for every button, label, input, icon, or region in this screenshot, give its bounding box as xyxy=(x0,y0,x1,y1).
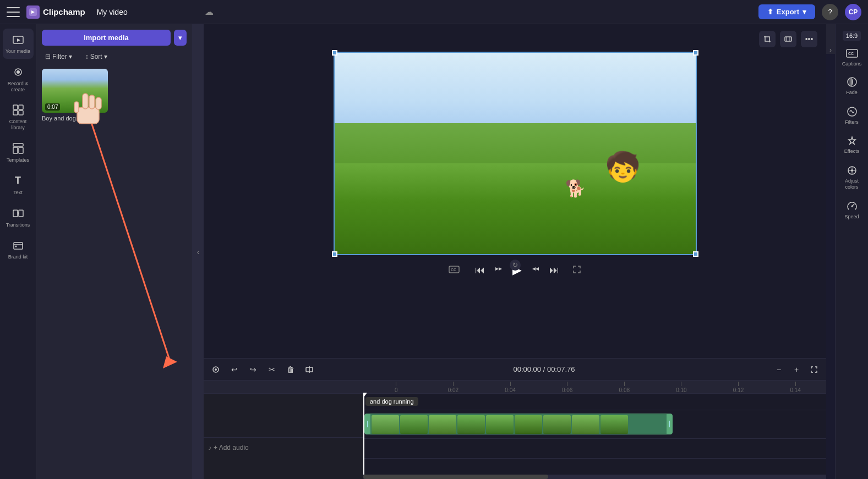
svg-text:CC: CC xyxy=(451,268,456,272)
save-to-cloud-icon[interactable]: ☁ xyxy=(205,7,214,17)
brand-icon xyxy=(12,239,25,252)
dog-figure: 🐕 xyxy=(565,179,586,198)
preview-area: ••• 🧒 🐕 xyxy=(204,24,826,358)
svg-rect-13 xyxy=(14,243,23,249)
resize-handle-bottom-left[interactable] xyxy=(332,251,337,257)
import-dropdown-button[interactable]: ▾ xyxy=(174,30,187,46)
adjust-colors-icon xyxy=(846,164,858,177)
fade-button[interactable]: Fade xyxy=(838,71,866,100)
import-media-button[interactable]: Import media xyxy=(42,30,171,46)
add-audio-button[interactable]: ♪ + Add audio xyxy=(204,438,363,458)
adjust-colors-button[interactable]: Adjust colors xyxy=(838,160,866,195)
fullscreen-button[interactable] xyxy=(572,265,581,276)
media-label: Boy and dog... xyxy=(42,115,108,122)
timeline-content: ♪ + Add audio 0 0:02 0:04 0:06 0:08 xyxy=(204,381,826,479)
svg-rect-5 xyxy=(19,105,23,109)
undo-button[interactable]: ↩ xyxy=(227,362,242,377)
resize-handle-top-left[interactable] xyxy=(332,50,337,56)
sort-chevron: ▾ xyxy=(104,53,107,60)
svg-rect-6 xyxy=(13,111,18,115)
ruler-mark-4: 0:04 xyxy=(482,382,539,393)
sidebar-item-templates[interactable]: Templates xyxy=(3,137,34,168)
sidebar-item-brand[interactable]: Brand kit xyxy=(3,234,34,265)
rotate-handle[interactable]: ↻ xyxy=(510,260,521,271)
zoom-out-button[interactable]: − xyxy=(771,362,787,377)
timeline-toolbar: ↩ ↪ ✂ 🗑 00:00.00 / 00:07.76 − + xyxy=(204,359,826,381)
timeline-ruler-spacer xyxy=(204,381,363,394)
ruler-mark-10: 0:10 xyxy=(653,382,710,393)
menu-button[interactable] xyxy=(7,5,20,19)
filter-chevron: ▾ xyxy=(69,53,72,60)
sidebar-item-label: Transitions xyxy=(6,222,30,228)
video-track-row: and dog running xyxy=(363,410,826,439)
filter-button[interactable]: ⊟ Filter ▾ xyxy=(42,51,75,62)
skip-to-end-button[interactable]: ⏭ xyxy=(547,262,561,278)
sidebar-item-record-create[interactable]: Record & create xyxy=(3,61,34,97)
svg-point-19 xyxy=(215,368,217,371)
sidebar-item-your-media[interactable]: Your media xyxy=(3,29,34,59)
captions-button[interactable]: CC Captions xyxy=(838,44,866,70)
panel-collapse-button[interactable]: ‹ xyxy=(193,24,204,479)
templates-icon xyxy=(12,142,25,155)
text-icon: T xyxy=(12,174,25,188)
fit-timeline-button[interactable] xyxy=(806,362,822,377)
resize-handle-bottom-right[interactable] xyxy=(693,251,698,257)
skip-to-start-button[interactable]: ⏮ xyxy=(473,262,487,278)
captions-icon: CC xyxy=(846,47,858,59)
video-title-input[interactable] xyxy=(92,5,198,19)
filters-button[interactable]: Filters xyxy=(838,101,866,130)
timeline-zoom-controls: − + xyxy=(771,362,822,377)
clip-left-handle[interactable] xyxy=(365,414,370,434)
svg-text:CC: CC xyxy=(848,52,854,56)
clip-right-handle[interactable] xyxy=(667,414,672,434)
right-sidebar: 16:9 CC Captions xyxy=(835,24,868,479)
clip-frames xyxy=(370,414,667,434)
sidebar-item-label: Content library xyxy=(5,119,31,131)
timeline-tracks-container: 0 0:02 0:04 0:06 0:08 0:10 0:12 0:14 xyxy=(363,381,826,479)
export-button[interactable]: ⬆ Export ▾ xyxy=(758,4,815,19)
effects-button[interactable]: Effects xyxy=(838,130,866,159)
timeline-ruler-marks: 0 0:02 0:04 0:06 0:08 0:10 0:12 0:14 xyxy=(365,381,826,393)
sidebar-item-text[interactable]: T Text xyxy=(3,170,34,200)
svg-rect-9 xyxy=(13,147,18,153)
magnetic-snap-button[interactable] xyxy=(208,362,223,377)
svg-rect-4 xyxy=(13,105,18,109)
effects-label: Effects xyxy=(844,148,859,155)
split-button[interactable] xyxy=(302,362,317,377)
sidebar-item-transitions[interactable]: Transitions xyxy=(3,202,34,233)
aspect-ratio-button[interactable]: 16:9 xyxy=(843,31,861,41)
sort-button[interactable]: ↕ Sort ▾ xyxy=(82,51,111,62)
video-track-label xyxy=(204,410,363,438)
more-options-button[interactable]: ••• xyxy=(801,31,817,47)
video-preview: 🧒 🐕 xyxy=(335,53,696,254)
resize-button[interactable] xyxy=(780,31,796,47)
crop-button[interactable] xyxy=(759,31,776,47)
profile-button[interactable]: CP xyxy=(845,4,861,20)
delete-button[interactable]: 🗑 xyxy=(283,362,298,377)
ruler-mark-12: 0:12 xyxy=(710,382,767,393)
fast-forward-button[interactable] xyxy=(528,262,543,279)
playhead[interactable] xyxy=(363,394,364,475)
app-logo[interactable]: Clipchamp xyxy=(26,5,85,19)
list-item[interactable]: 0:07 Boy and dog... xyxy=(42,69,108,122)
help-button[interactable]: ? xyxy=(822,4,838,20)
timeline-scrollbar[interactable] xyxy=(363,475,826,479)
redo-button[interactable]: ↪ xyxy=(245,362,261,377)
rewind-button[interactable] xyxy=(492,262,506,279)
cut-button[interactable]: ✂ xyxy=(264,362,280,377)
zoom-in-button[interactable]: + xyxy=(789,362,804,377)
timeline-scroll-thumb[interactable] xyxy=(363,475,548,479)
filters-icon xyxy=(846,106,858,118)
video-preview-container: 🧒 🐕 ↻ xyxy=(334,52,697,255)
timeline-ruler: 0 0:02 0:04 0:06 0:08 0:10 0:12 0:14 xyxy=(363,381,826,394)
sidebar-item-content-library[interactable]: Content library xyxy=(3,99,34,135)
media-duration-badge: 0:07 xyxy=(45,103,60,111)
closed-captions-button[interactable]: CC xyxy=(449,266,460,275)
video-clip[interactable] xyxy=(364,414,673,434)
right-sidebar-collapse-button[interactable]: › xyxy=(826,24,835,54)
speed-button[interactable]: Speed xyxy=(838,196,866,224)
adjust-colors-label: Adjust colors xyxy=(840,178,864,190)
resize-handle-top-right[interactable] xyxy=(693,50,698,56)
sidebar-item-label: Record & create xyxy=(5,81,31,93)
svg-rect-27 xyxy=(848,78,853,86)
